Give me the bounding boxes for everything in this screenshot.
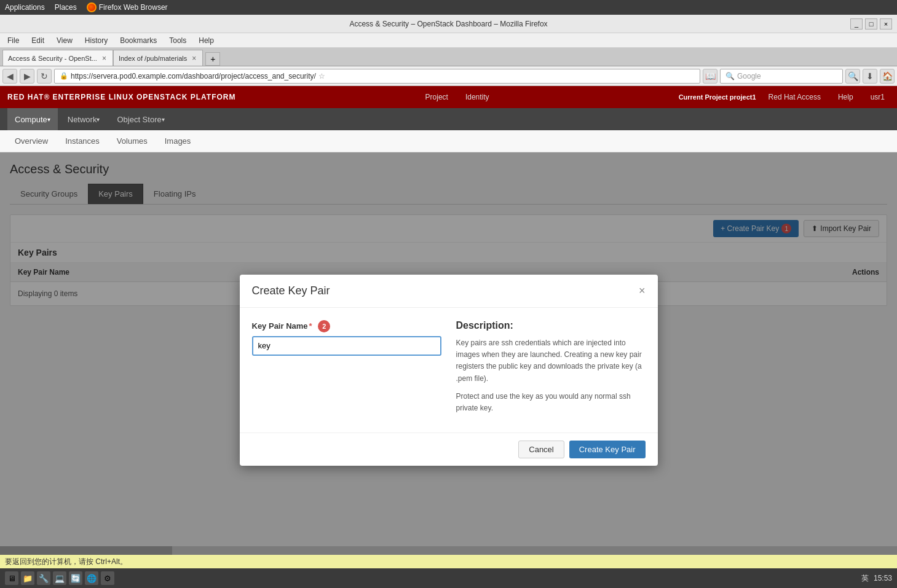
second-sub-nav: Overview Instances Volumes Images: [0, 130, 897, 152]
firefox-icon: [87, 2, 97, 12]
firefox-label: Firefox Web Browser: [99, 3, 168, 12]
help-link[interactable]: Help: [833, 90, 858, 104]
modal-title: Create Key Pair: [252, 284, 330, 297]
required-indicator: *: [309, 321, 312, 331]
sub-nav-network[interactable]: Network: [60, 108, 108, 130]
forward-button[interactable]: ▶: [20, 69, 34, 84]
menu-edit[interactable]: Edit: [26, 35, 49, 46]
hint-text: 要返回到您的计算机，请按 Ctrl+Alt。: [5, 557, 127, 567]
tab-index-close[interactable]: ×: [191, 54, 197, 63]
browser-window: Access & Security – OpenStack Dashboard …: [0, 15, 897, 588]
url-text: https://servera.pod0.example.com/dashboa…: [71, 72, 316, 80]
modal-form-section: Key Pair Name* 2: [252, 320, 441, 420]
applications-menu[interactable]: Applications: [5, 3, 45, 12]
modal-body: Key Pair Name* 2 Description: Key pairs …: [240, 308, 658, 433]
modal-description-section: Description: Key pairs are ssh credentia…: [456, 320, 646, 420]
clock: 15:53: [874, 574, 892, 582]
openstack-top-nav: Project Identity: [421, 90, 494, 104]
title-bar-text: Access & Security – OpenStack Dashboard …: [349, 20, 547, 28]
reader-button[interactable]: 📖: [703, 69, 717, 84]
top-nav-identity[interactable]: Identity: [460, 90, 494, 104]
close-button[interactable]: ×: [880, 18, 892, 29]
sub-nav-object-store[interactable]: Object Store: [109, 108, 172, 130]
cancel-button[interactable]: Cancel: [518, 441, 564, 458]
description-title: Description:: [456, 320, 646, 331]
sub-nav-overview[interactable]: Overview: [7, 133, 55, 149]
description-text-1: Key pairs are ssh credentials which are …: [456, 337, 646, 385]
taskbar-icon-6[interactable]: 🌐: [85, 571, 98, 585]
taskbar-icon-3[interactable]: 🔧: [37, 571, 50, 585]
places-menu[interactable]: Places: [55, 3, 77, 12]
new-tab-button[interactable]: +: [205, 52, 220, 66]
menu-history[interactable]: History: [80, 35, 113, 46]
search-button[interactable]: 🔍: [845, 69, 860, 84]
openstack-top-right: Current Project project1 Red Hat Access …: [679, 90, 890, 104]
sub-nav-images[interactable]: Images: [157, 133, 199, 149]
modal-overlay: Create Key Pair × Key Pair Name* 2: [0, 152, 897, 588]
sub-nav-volumes[interactable]: Volumes: [109, 133, 155, 149]
tab-access-security[interactable]: Access & Security - OpenSt... ×: [2, 50, 113, 66]
search-bar[interactable]: 🔍 Google: [720, 69, 843, 84]
create-button[interactable]: Create Key Pair: [569, 441, 646, 458]
page-content: RED HAT® ENTERPRISE LINUX OPENSTACK PLAT…: [0, 86, 897, 588]
top-nav-project[interactable]: Project: [421, 90, 453, 104]
title-bar: Access & Security – OpenStack Dashboard …: [0, 15, 897, 33]
tab-index[interactable]: Index of /pub/materials ×: [113, 50, 203, 66]
applications-label: Applications: [5, 3, 45, 12]
tab-access-security-label: Access & Security - OpenSt...: [8, 55, 97, 62]
taskbar-right: 英 15:53: [861, 573, 892, 584]
refresh-button[interactable]: ↻: [37, 69, 52, 84]
home-button[interactable]: 🏠: [880, 69, 895, 84]
modal-close-button[interactable]: ×: [639, 284, 646, 297]
os-taskbar: 🖥 📁 🔧 💻 🔄 🌐 ⚙ 英 15:53: [0, 568, 897, 588]
create-key-pair-modal: Create Key Pair × Key Pair Name* 2: [240, 275, 658, 466]
minimize-button[interactable]: _: [850, 18, 863, 29]
menu-tools[interactable]: Tools: [164, 35, 191, 46]
tab-access-security-close[interactable]: ×: [101, 54, 108, 63]
bookmark-icon[interactable]: ☆: [318, 72, 325, 80]
current-project-label: Current Project project1: [679, 93, 756, 101]
key-pair-name-input[interactable]: [252, 336, 441, 356]
taskbar-icon-2[interactable]: 📁: [21, 571, 34, 585]
sub-nav: Compute Network Object Store: [0, 108, 897, 130]
description-text-2: Protect and use the key as you would any…: [456, 391, 646, 414]
modal-footer: Cancel Create Key Pair: [240, 433, 658, 466]
search-engine-icon: 🔍: [725, 72, 735, 80]
menu-file[interactable]: File: [2, 35, 24, 46]
window-controls: _ □ ×: [850, 18, 892, 29]
menu-bookmarks[interactable]: Bookmarks: [115, 35, 162, 46]
back-button[interactable]: ◀: [2, 69, 17, 84]
taskbar-icon-7[interactable]: ⚙: [101, 571, 114, 585]
menu-view[interactable]: View: [52, 35, 77, 46]
hint-bar: 要返回到您的计算机，请按 Ctrl+Alt。: [0, 555, 897, 568]
address-bar: ◀ ▶ ↻ 🔒 https://servera.pod0.example.com…: [0, 66, 897, 86]
key-pair-name-group: Key Pair Name* 2: [252, 320, 441, 356]
firefox-launcher[interactable]: Firefox Web Browser: [87, 2, 168, 12]
places-label: Places: [55, 3, 77, 12]
url-bar[interactable]: 🔒 https://servera.pod0.example.com/dashb…: [54, 69, 700, 84]
maximize-button[interactable]: □: [865, 18, 877, 29]
os-topbar: Applications Places Firefox Web Browser: [0, 0, 897, 15]
openstack-header: RED HAT® ENTERPRISE LINUX OPENSTACK PLAT…: [0, 86, 897, 108]
sub-nav-instances[interactable]: Instances: [58, 133, 107, 149]
taskbar-icon-5[interactable]: 🔄: [69, 571, 82, 585]
openstack-brand: RED HAT® ENTERPRISE LINUX OPENSTACK PLAT…: [7, 93, 236, 101]
lock-icon: 🔒: [60, 72, 68, 80]
sub-nav-compute[interactable]: Compute: [7, 108, 58, 130]
taskbar-icon-4[interactable]: 💻: [53, 571, 66, 585]
lang-indicator: 英: [861, 573, 869, 584]
tab-index-label: Index of /pub/materials: [119, 55, 187, 62]
taskbar-left: 🖥 📁 🔧 💻 🔄 🌐 ⚙: [5, 571, 114, 585]
key-pair-name-label: Key Pair Name* 2: [252, 320, 441, 332]
step-badge: 2: [318, 320, 330, 332]
taskbar-icon-1[interactable]: 🖥: [5, 571, 18, 585]
tab-bar: Access & Security - OpenSt... × Index of…: [0, 48, 897, 66]
red-hat-access-menu[interactable]: Red Hat Access: [764, 90, 826, 104]
menu-help[interactable]: Help: [194, 35, 219, 46]
modal-header: Create Key Pair ×: [240, 275, 658, 308]
user-menu[interactable]: usr1: [866, 90, 890, 104]
menu-bar: File Edit View History Bookmarks Tools H…: [0, 33, 897, 48]
main-area: Access & Security Security Groups Key Pa…: [0, 152, 897, 588]
search-placeholder: Google: [737, 72, 761, 80]
download-button[interactable]: ⬇: [863, 69, 877, 84]
